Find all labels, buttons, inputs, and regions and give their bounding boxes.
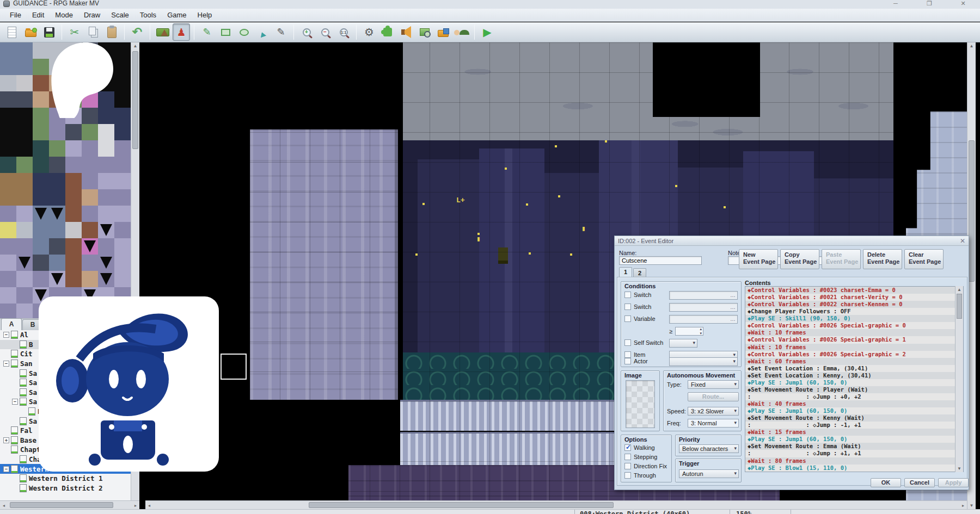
shadow-pen-icon[interactable]: ✎ [272, 23, 290, 41]
dialog-title-bar[interactable]: ID:002 - Event Editor ✕ [615, 236, 969, 246]
route-button[interactable]: Route... [688, 392, 739, 401]
name-input[interactable] [619, 256, 702, 265]
event-command-line[interactable]: ◆Control Variables : #0026 Special-graph… [745, 336, 963, 343]
scroll-thumb[interactable] [132, 51, 138, 149]
delete-event-page-button[interactable]: DeleteEvent Page [863, 249, 902, 269]
palette-tile[interactable] [0, 140, 16, 157]
palette-tile[interactable] [33, 222, 49, 238]
palette-tile[interactable] [0, 173, 16, 189]
palette-tile[interactable] [114, 91, 131, 108]
palette-tile[interactable] [114, 206, 131, 222]
direction-fix-checkbox[interactable] [624, 463, 631, 469]
zoom-out-icon[interactable]: − [316, 23, 334, 41]
palette-tile[interactable] [16, 271, 33, 287]
palette-tile[interactable] [0, 287, 16, 304]
switch2-checkbox[interactable] [624, 304, 631, 310]
palette-tile[interactable] [49, 173, 65, 189]
event-image-box[interactable] [626, 380, 655, 428]
menu-mode[interactable]: Mode [50, 9, 78, 21]
event-command-line[interactable]: : : ◇Jump : +0, +2 [745, 393, 963, 400]
palette-tile[interactable] [49, 271, 65, 287]
event-page-tab-2[interactable]: 2 [633, 268, 646, 277]
browse-dots[interactable]: … [730, 316, 736, 322]
tree-expander-icon[interactable]: + [3, 437, 9, 443]
event-command-line[interactable]: ◆Play SE : Jump1 (60, 150, 0) [745, 379, 963, 386]
palette-tile[interactable] [65, 173, 82, 189]
palette-tile[interactable] [114, 157, 131, 173]
tree-expander-icon[interactable]: − [3, 332, 9, 338]
through-checkbox[interactable] [624, 472, 631, 479]
scroll-thumb[interactable] [10, 502, 113, 508]
palette-scrollbar[interactable]: ▲ ▼ [131, 42, 139, 318]
palette-tile[interactable] [114, 238, 131, 255]
palette-tile[interactable] [65, 271, 82, 287]
menu-file[interactable]: File [4, 9, 27, 21]
palette-tile[interactable] [16, 42, 33, 59]
palette-tile[interactable] [16, 304, 33, 318]
palette-tile[interactable] [98, 173, 114, 189]
switch1-checkbox[interactable] [624, 292, 631, 298]
event-command-line[interactable]: : : ◇Jump : +1, +1 [745, 450, 963, 457]
palette-tile[interactable] [49, 206, 65, 222]
palette-tile[interactable] [82, 255, 98, 271]
palette-tile[interactable] [0, 124, 16, 140]
palette-tile[interactable] [65, 222, 82, 238]
trigger-dropdown[interactable]: Autorun [679, 469, 739, 478]
event-command-line[interactable]: ◆Wait : 60 frames [745, 358, 963, 365]
palette-tile[interactable] [0, 271, 16, 287]
palette-tile[interactable] [0, 206, 16, 222]
event-command-line[interactable]: ◆Play SE : Blow1 (15, 110, 0) [745, 465, 963, 472]
apply-button[interactable]: Apply [938, 478, 969, 487]
event-command-line[interactable]: ◆Wait : 80 frames [745, 457, 963, 465]
map-tree-item[interactable]: Western District 2 [0, 484, 131, 493]
save-file-icon[interactable] [40, 23, 58, 41]
palette-tile[interactable] [16, 157, 33, 173]
event-page-tab-1[interactable]: 1 [619, 267, 632, 277]
freq-dropdown[interactable]: 3: Normal [688, 419, 739, 428]
palette-tile[interactable] [114, 189, 131, 206]
palette-tile[interactable] [98, 238, 114, 255]
copy-icon[interactable] [84, 23, 102, 41]
palette-tile[interactable] [114, 173, 131, 189]
palette-tile[interactable] [0, 42, 16, 59]
event-command-line[interactable]: ◆Control Variables : #0022 charset-Kenne… [745, 301, 963, 308]
palette-tile[interactable] [82, 140, 98, 157]
palette-tile[interactable] [33, 189, 49, 206]
resource-manager-icon[interactable] [434, 23, 452, 41]
palette-tile[interactable] [16, 255, 33, 271]
event-command-line[interactable]: ◆Change Player Followers : OFF [745, 308, 963, 315]
new-event-page-button[interactable]: NewEvent Page [739, 249, 778, 269]
contents-list[interactable]: ◆Control Variables : #0023 charset-Emma … [745, 286, 964, 472]
palette-tile[interactable] [65, 124, 82, 140]
palette-tile[interactable] [65, 206, 82, 222]
event-command-line[interactable]: ◆Control Variables : #0023 charset-Emma … [745, 287, 963, 294]
speed-dropdown[interactable]: 3: x2 Slower [688, 407, 739, 416]
palette-tile[interactable] [98, 124, 114, 140]
priority-dropdown[interactable]: Below characters [679, 444, 739, 453]
palette-tile[interactable] [114, 124, 131, 140]
stepping-checkbox[interactable] [624, 454, 631, 460]
fill-icon[interactable] [254, 23, 271, 41]
variable-field[interactable]: … [669, 315, 738, 324]
scroll-right-icon[interactable]: ▸ [960, 503, 966, 508]
zoom-actual-icon[interactable]: 1:1 [335, 23, 352, 41]
palette-tile[interactable] [49, 189, 65, 206]
palette-tile[interactable] [98, 222, 114, 238]
paste-icon[interactable] [103, 23, 120, 41]
scroll-down-icon[interactable]: ▼ [955, 466, 963, 471]
menu-game[interactable]: Game [162, 9, 192, 21]
map-tree-item[interactable]: Western District 1 [0, 474, 131, 484]
menu-draw[interactable]: Draw [78, 9, 106, 21]
ellipse-icon[interactable] [235, 23, 253, 41]
palette-tile[interactable] [0, 222, 16, 238]
palette-tile[interactable] [98, 189, 114, 206]
movement-type-dropdown[interactable]: Fixed [688, 380, 739, 389]
self-switch-dropdown[interactable] [669, 339, 697, 348]
scroll-up-icon[interactable]: ▲ [967, 44, 976, 48]
event-command-line[interactable]: ◆Set Movement Route : Emma (Wait) [745, 443, 963, 450]
cut-icon[interactable]: ✂ [66, 23, 83, 41]
palette-tile[interactable] [16, 59, 33, 75]
palette-tile[interactable] [16, 173, 33, 189]
palette-tile[interactable] [65, 238, 82, 255]
tree-hscrollbar[interactable]: ◂ ▸ [0, 500, 139, 509]
